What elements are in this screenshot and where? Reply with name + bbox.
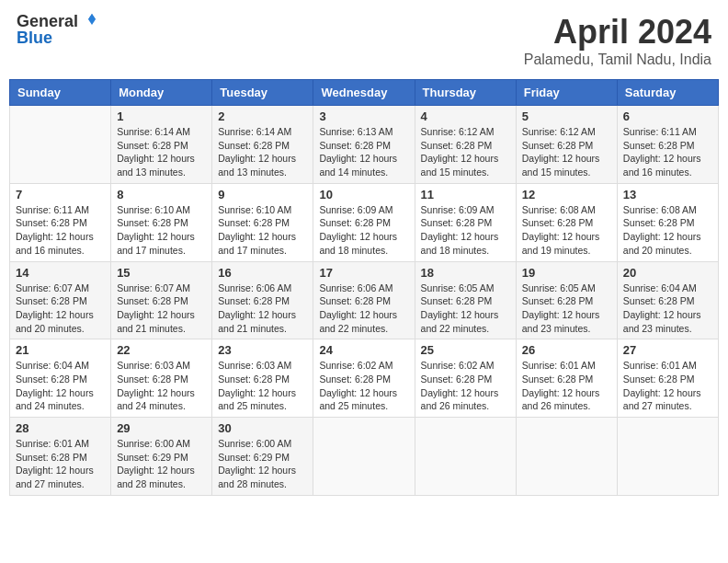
day-number: 16	[218, 266, 307, 280]
day-info: Sunrise: 6:02 AMSunset: 6:28 PMDaylight:…	[319, 359, 408, 413]
day-info: Sunrise: 6:03 AMSunset: 6:28 PMDaylight:…	[218, 359, 307, 413]
calendar-cell: 13Sunrise: 6:08 AMSunset: 6:28 PMDayligh…	[617, 183, 718, 261]
calendar-cell: 8Sunrise: 6:10 AMSunset: 6:28 PMDaylight…	[111, 183, 212, 261]
day-number: 21	[16, 343, 105, 357]
day-info: Sunrise: 6:08 AMSunset: 6:28 PMDaylight:…	[623, 203, 712, 258]
svg-marker-1	[88, 14, 96, 25]
day-number: 2	[218, 109, 307, 123]
calendar-cell	[415, 418, 516, 496]
day-number: 22	[117, 343, 206, 357]
day-number: 26	[522, 343, 611, 357]
day-number: 12	[522, 188, 611, 201]
calendar-cell: 22Sunrise: 6:03 AMSunset: 6:28 PMDayligh…	[111, 339, 212, 418]
calendar-week-2: 7Sunrise: 6:11 AMSunset: 6:28 PMDaylight…	[10, 183, 719, 261]
calendar-cell	[313, 418, 415, 496]
day-info: Sunrise: 6:12 AMSunset: 6:28 PMDaylight:…	[522, 125, 611, 179]
day-number: 28	[16, 421, 105, 435]
day-info: Sunrise: 6:07 AMSunset: 6:28 PMDaylight:…	[16, 282, 105, 336]
calendar-cell: 29Sunrise: 6:00 AMSunset: 6:29 PMDayligh…	[111, 418, 212, 496]
calendar-cell: 5Sunrise: 6:12 AMSunset: 6:28 PMDaylight…	[516, 106, 617, 184]
day-info: Sunrise: 6:09 AMSunset: 6:28 PMDaylight:…	[421, 203, 510, 258]
day-info: Sunrise: 6:13 AMSunset: 6:28 PMDaylight:…	[319, 125, 408, 179]
calendar-cell: 9Sunrise: 6:10 AMSunset: 6:28 PMDaylight…	[212, 183, 313, 261]
calendar-cell: 7Sunrise: 6:11 AMSunset: 6:28 PMDaylight…	[10, 183, 111, 261]
calendar-cell: 11Sunrise: 6:09 AMSunset: 6:28 PMDayligh…	[415, 183, 516, 261]
logo-bird-icon	[79, 12, 96, 29]
calendar-cell: 26Sunrise: 6:01 AMSunset: 6:28 PMDayligh…	[516, 339, 617, 418]
logo: General Blue	[17, 13, 96, 46]
day-info: Sunrise: 6:05 AMSunset: 6:28 PMDaylight:…	[421, 282, 510, 336]
day-number: 1	[117, 109, 206, 123]
calendar-cell: 14Sunrise: 6:07 AMSunset: 6:28 PMDayligh…	[10, 261, 111, 339]
calendar-cell: 17Sunrise: 6:06 AMSunset: 6:28 PMDayligh…	[313, 261, 415, 339]
calendar-cell: 3Sunrise: 6:13 AMSunset: 6:28 PMDaylight…	[313, 106, 415, 184]
day-number: 30	[218, 421, 307, 435]
day-number: 4	[421, 109, 510, 123]
day-number: 25	[421, 343, 510, 357]
day-info: Sunrise: 6:01 AMSunset: 6:28 PMDaylight:…	[522, 359, 611, 413]
calendar-header: SundayMondayTuesdayWednesdayThursdayFrid…	[10, 80, 719, 106]
day-number: 29	[117, 421, 206, 435]
calendar-cell: 27Sunrise: 6:01 AMSunset: 6:28 PMDayligh…	[617, 339, 718, 418]
day-number: 11	[421, 188, 510, 201]
location-title: Palamedu, Tamil Nadu, India	[524, 52, 711, 68]
calendar-cell	[10, 106, 111, 184]
day-number: 9	[218, 188, 307, 201]
calendar-cell: 1Sunrise: 6:14 AMSunset: 6:28 PMDaylight…	[111, 106, 212, 184]
day-info: Sunrise: 6:11 AMSunset: 6:28 PMDaylight:…	[16, 203, 105, 258]
title-section: April 2024 Palamedu, Tamil Nadu, India	[524, 13, 711, 68]
weekday-header-sunday: Sunday	[10, 80, 111, 106]
day-number: 23	[218, 343, 307, 357]
day-number: 8	[117, 188, 206, 201]
calendar-cell: 10Sunrise: 6:09 AMSunset: 6:28 PMDayligh…	[313, 183, 415, 261]
calendar-cell: 18Sunrise: 6:05 AMSunset: 6:28 PMDayligh…	[415, 261, 516, 339]
calendar-cell	[617, 418, 718, 496]
calendar-cell	[516, 418, 617, 496]
day-number: 7	[16, 188, 105, 201]
calendar-body: 1Sunrise: 6:14 AMSunset: 6:28 PMDaylight…	[10, 106, 719, 496]
day-info: Sunrise: 6:08 AMSunset: 6:28 PMDaylight:…	[522, 203, 611, 258]
day-info: Sunrise: 6:14 AMSunset: 6:28 PMDaylight:…	[218, 125, 307, 179]
weekday-header-monday: Monday	[111, 80, 212, 106]
logo-blue-text: Blue	[17, 29, 52, 46]
page-header: General Blue April 2024 Palamedu, Tamil …	[9, 9, 719, 72]
day-number: 14	[16, 266, 105, 280]
logo-general-text: General	[17, 13, 78, 29]
calendar-cell: 25Sunrise: 6:02 AMSunset: 6:28 PMDayligh…	[415, 339, 516, 418]
calendar-cell: 30Sunrise: 6:00 AMSunset: 6:29 PMDayligh…	[212, 418, 313, 496]
month-title: April 2024	[524, 13, 711, 52]
day-number: 19	[522, 266, 611, 280]
weekday-header-saturday: Saturday	[617, 80, 718, 106]
calendar-cell: 21Sunrise: 6:04 AMSunset: 6:28 PMDayligh…	[10, 339, 111, 418]
day-info: Sunrise: 6:04 AMSunset: 6:28 PMDaylight:…	[16, 359, 105, 413]
day-info: Sunrise: 6:10 AMSunset: 6:28 PMDaylight:…	[218, 203, 307, 258]
day-number: 13	[623, 188, 712, 201]
calendar-week-1: 1Sunrise: 6:14 AMSunset: 6:28 PMDaylight…	[10, 106, 719, 184]
calendar-cell: 28Sunrise: 6:01 AMSunset: 6:28 PMDayligh…	[10, 418, 111, 496]
day-info: Sunrise: 6:02 AMSunset: 6:28 PMDaylight:…	[421, 359, 510, 413]
day-info: Sunrise: 6:04 AMSunset: 6:28 PMDaylight:…	[623, 282, 712, 336]
day-number: 20	[623, 266, 712, 280]
day-info: Sunrise: 6:10 AMSunset: 6:28 PMDaylight:…	[117, 203, 206, 258]
day-number: 15	[117, 266, 206, 280]
calendar-cell: 23Sunrise: 6:03 AMSunset: 6:28 PMDayligh…	[212, 339, 313, 418]
day-number: 6	[623, 109, 712, 123]
weekday-header-tuesday: Tuesday	[212, 80, 313, 106]
day-number: 5	[522, 109, 611, 123]
day-number: 3	[319, 109, 408, 123]
calendar-week-3: 14Sunrise: 6:07 AMSunset: 6:28 PMDayligh…	[10, 261, 719, 339]
calendar-cell: 16Sunrise: 6:06 AMSunset: 6:28 PMDayligh…	[212, 261, 313, 339]
calendar-cell: 4Sunrise: 6:12 AMSunset: 6:28 PMDaylight…	[415, 106, 516, 184]
day-info: Sunrise: 6:09 AMSunset: 6:28 PMDaylight:…	[319, 203, 408, 258]
day-info: Sunrise: 6:00 AMSunset: 6:29 PMDaylight:…	[218, 437, 307, 491]
calendar-table: SundayMondayTuesdayWednesdayThursdayFrid…	[9, 79, 719, 496]
weekday-header-wednesday: Wednesday	[313, 80, 415, 106]
day-number: 27	[623, 343, 712, 357]
day-info: Sunrise: 6:06 AMSunset: 6:28 PMDaylight:…	[218, 282, 307, 336]
day-info: Sunrise: 6:00 AMSunset: 6:29 PMDaylight:…	[117, 437, 206, 491]
calendar-week-5: 28Sunrise: 6:01 AMSunset: 6:28 PMDayligh…	[10, 418, 719, 496]
calendar-cell: 12Sunrise: 6:08 AMSunset: 6:28 PMDayligh…	[516, 183, 617, 261]
day-info: Sunrise: 6:07 AMSunset: 6:28 PMDaylight:…	[117, 282, 206, 336]
day-number: 18	[421, 266, 510, 280]
day-number: 10	[319, 188, 408, 201]
